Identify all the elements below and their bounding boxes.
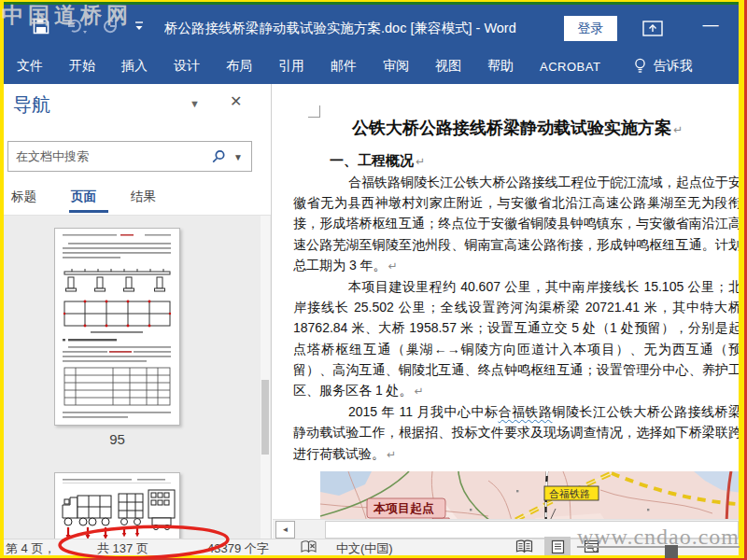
active-tab-underline (69, 210, 108, 213)
paragraph-2[interactable]: 本项目建设里程约 40.607 公里，其中南岸接线长 15.105 公里；北岸接… (293, 276, 739, 401)
tab-layout[interactable]: 布局 (213, 58, 265, 75)
navigation-options-caret-icon[interactable]: ▼ (190, 98, 200, 109)
search-input[interactable] (16, 142, 193, 171)
ribbon-display-options-icon[interactable] (642, 21, 663, 40)
read-mode-button[interactable] (511, 537, 537, 556)
navigation-header: 导航 ▼ ✕ (4, 84, 271, 141)
spell-check-underlined-text: 合福铁路 (498, 404, 552, 419)
navigation-title: 导航 (13, 92, 50, 118)
frame-border-left (0, 0, 4, 560)
document-title[interactable]: 公铁大桥公路接线桥梁静动载试验实施方案↵ (293, 116, 739, 142)
nav-scrollbar[interactable] (261, 216, 270, 539)
sign-in-button[interactable]: 登录 (564, 16, 617, 41)
paragraph-mark: ↵ (415, 385, 424, 398)
tell-me-label: 告诉我 (653, 58, 692, 75)
search-options-caret-icon[interactable]: ▼ (233, 152, 243, 162)
ribbon-tab-row: 文件 开始 插入 设计 布局 引用 邮件 审阅 视图 帮助 ACROBAT 告诉… (4, 49, 739, 84)
navigation-tabs: 标题 页面 结果 (4, 181, 272, 215)
paragraph-mark: ↵ (387, 448, 396, 461)
document-area: 公铁大桥公路接线桥梁静动载试验实施方案↵ 一、工程概况↵ 合福铁路铜陵长江公铁大… (273, 84, 739, 519)
tell-me-control[interactable]: 告诉我 (634, 58, 692, 75)
paragraph-mark: ↵ (388, 259, 398, 273)
scroll-left-arrow-icon[interactable]: ◄ (275, 521, 295, 539)
tab-references[interactable]: 引用 (265, 58, 317, 75)
word-window: 桥公路接线桥梁静动载试验实施方案.doc [兼容模式] - Word 登录 — … (0, 0, 747, 560)
tab-view[interactable]: 视图 (422, 58, 474, 75)
nav-tab-pages[interactable]: 页面 (71, 189, 96, 205)
watermark-site-url: www.cndao.com (577, 525, 740, 550)
paragraph-mark: ↵ (416, 155, 425, 168)
document-search-box[interactable]: ▼ (7, 141, 252, 172)
margin-crop-mark-icon (308, 105, 320, 118)
tab-file[interactable]: 文件 (4, 58, 56, 75)
document-page[interactable]: 公铁大桥公路接线桥梁静动载试验实施方案↵ 一、工程概况↵ 合福铁路铜陵长江公铁大… (273, 84, 739, 519)
tab-acrobat[interactable]: ACROBAT (527, 60, 613, 74)
minimize-button[interactable]: — (698, 16, 723, 35)
watermark-site-logo: 中国道桥网 (2, 1, 133, 30)
paragraph-1[interactable]: 合福铁路铜陵长江公铁大桥公路接线工程位于皖江流域，起点位于安徽省无为县西神墩村刘… (293, 172, 739, 276)
route-map-image: 本项目起点 合福铁路 芜湖长江二桥 无为县 芜湖市 三山区 江县 (320, 471, 739, 519)
red-circle-annotation (54, 524, 233, 560)
section-heading[interactable]: 一、工程概况↵ (293, 150, 739, 172)
nav-scrollbar-thumb[interactable] (261, 380, 269, 455)
thumbnail-page-number: 95 (54, 431, 180, 447)
customize-qat-icon[interactable] (134, 21, 144, 32)
page-thumbnail-list: 95 (4, 215, 271, 539)
tab-insert[interactable]: 插入 (108, 58, 161, 75)
print-layout-button[interactable] (544, 537, 571, 556)
svg-text:本项目起点: 本项目起点 (373, 501, 434, 515)
search-icon[interactable] (211, 149, 226, 168)
paragraph-3[interactable]: 2015 年 11 月我中心中标合福铁路铜陵长江公铁大桥公路接线桥梁静动载试验工… (293, 401, 739, 465)
nav-tab-results[interactable]: 结果 (131, 189, 156, 205)
nav-tab-headings[interactable]: 标题 (11, 189, 36, 205)
page-thumbnail-95[interactable] (54, 228, 180, 426)
tab-help[interactable]: 帮助 (474, 58, 527, 75)
tab-review[interactable]: 审阅 (370, 58, 422, 75)
paragraph-mark: ↵ (673, 123, 683, 136)
lightbulb-icon (634, 58, 646, 75)
navigation-pane: 导航 ▼ ✕ ▼ 标题 页面 结果 (4, 84, 272, 539)
tab-design[interactable]: 设计 (161, 58, 213, 75)
svg-text:合福铁路: 合福铁路 (549, 488, 590, 499)
tab-mailings[interactable]: 邮件 (317, 58, 370, 75)
watermark-logo-block (665, 545, 678, 558)
window-title: 桥公路接线桥梁静动载试验实施方案.doc [兼容模式] - Word (164, 20, 516, 37)
navigation-close-icon[interactable]: ✕ (230, 92, 242, 110)
tab-home[interactable]: 开始 (56, 58, 108, 75)
